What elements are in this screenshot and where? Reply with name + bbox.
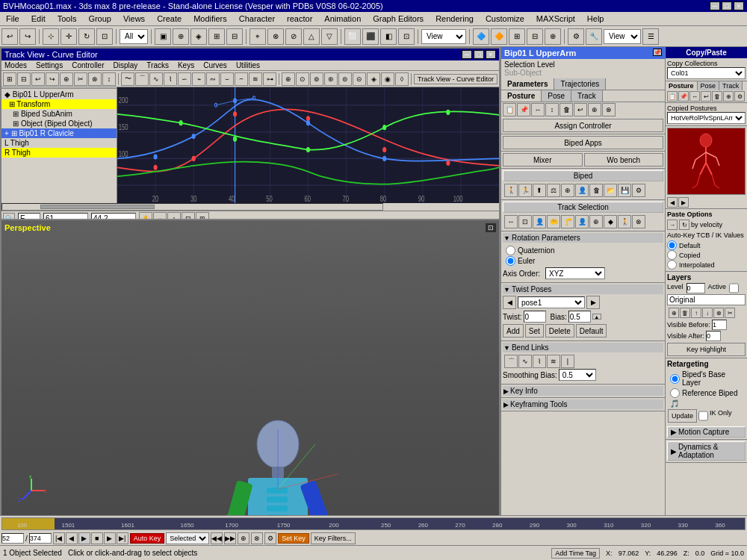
tv-menu-settings[interactable]: Settings	[34, 61, 64, 69]
timeline-track[interactable]: 100 1501 1601 1650 1700 1750 200 250 260…	[1, 517, 746, 530]
ts-arms-icon[interactable]: 🤲	[547, 215, 560, 228]
visible-after-input[interactable]	[706, 331, 721, 341]
menu-rendering[interactable]: Rendering	[433, 13, 477, 24]
current-frame-input[interactable]	[1, 533, 24, 544]
bend-icon-4[interactable]: ≋	[547, 355, 560, 368]
minimize-button[interactable]: ─	[710, 1, 720, 10]
menu-animation[interactable]: Animation	[321, 13, 364, 24]
tv-btn-5[interactable]: ⊕	[60, 72, 73, 86]
paste-copied-radio[interactable]	[667, 250, 677, 260]
twist-collapse-arrow[interactable]: ▼	[503, 286, 510, 293]
rp-add-btn[interactable]: ⊕	[723, 91, 734, 102]
tb3[interactable]: ◈	[190, 28, 207, 45]
menu-character[interactable]: Character	[236, 13, 278, 24]
tv-btn-17[interactable]: ⌢	[235, 72, 248, 86]
ts-none-icon[interactable]: ⊡	[518, 215, 532, 228]
tv-btn-11[interactable]: ∿	[149, 72, 163, 86]
menu-modifiers[interactable]: Modifiers	[190, 13, 230, 24]
add-twist-button[interactable]: Add	[503, 324, 524, 337]
icon-ik[interactable]: ⊕	[588, 103, 601, 116]
ts-walk-icon[interactable]: 🚶	[618, 215, 631, 228]
tb16[interactable]: 🔶	[491, 28, 507, 45]
tree-item-object[interactable]: ⊞ Object (Biped Object)	[1, 119, 117, 128]
menu-help[interactable]: Help	[584, 13, 607, 24]
menu-customize[interactable]: Customize	[483, 13, 527, 24]
twist-arrow-right[interactable]: ▶	[586, 296, 600, 309]
play-button[interactable]: ▶	[78, 532, 90, 544]
rp-copy-btn[interactable]: 📋	[667, 91, 678, 102]
biped-balance-icon[interactable]: ⚖	[547, 184, 560, 197]
icon-copy[interactable]: 📋	[503, 103, 516, 116]
ts-all-icon[interactable]: ↔	[504, 215, 518, 228]
tl-extra-4[interactable]: ⊗	[251, 532, 263, 544]
go-to-end-button[interactable]: ▶|	[117, 532, 128, 544]
quaternion-radio[interactable]	[506, 246, 515, 255]
paste-left-btn[interactable]: ◀	[667, 197, 678, 208]
bend-icon-3[interactable]: ⌇	[533, 355, 546, 368]
tb20[interactable]: ⚙	[568, 28, 584, 45]
tv-btn-25[interactable]: ⊝	[353, 72, 366, 86]
tv-btn-8[interactable]: ↕	[102, 72, 116, 86]
menu-edit[interactable]: Edit	[28, 13, 49, 24]
biped-load-icon[interactable]: 📂	[604, 184, 617, 197]
rp-set-btn[interactable]: ⚙	[734, 91, 745, 102]
tree-item-lthigh[interactable]: L Thigh	[1, 138, 117, 148]
tl-extra-5[interactable]: ⚙	[264, 532, 276, 544]
tv-btn-9[interactable]: 〜	[121, 72, 134, 86]
delete-twist-button[interactable]: Delete	[545, 324, 574, 337]
assign-controller-button[interactable]: Assign Controller	[503, 119, 663, 132]
tv-btn-15[interactable]: ∾	[206, 72, 220, 86]
tb17[interactable]: ⊞	[509, 28, 525, 45]
selected-mode-select[interactable]: Selected	[166, 532, 209, 544]
icon-del[interactable]: 🗑	[560, 103, 573, 116]
layer-icon-1[interactable]: ⊕	[669, 308, 679, 318]
track-view-scrollbar[interactable]	[1, 203, 383, 211]
rp-del-btn[interactable]: 🗑	[712, 91, 722, 102]
tb4[interactable]: ⊞	[208, 28, 225, 45]
tv-maximize[interactable]: □	[474, 50, 484, 59]
rp-paste-btn[interactable]: 📌	[678, 91, 689, 102]
curve-graph[interactable]: 200 150 100 20 30 40 50 60 70 80 90 100	[117, 87, 499, 203]
ik-only-checkbox[interactable]	[698, 409, 708, 423]
tb19[interactable]: ⊕	[545, 28, 561, 45]
bend-icon-2[interactable]: ∿	[518, 355, 532, 368]
rp-tab-posture[interactable]: Posture	[666, 81, 698, 90]
next-frame-button[interactable]: ▶	[104, 532, 116, 544]
prev-frame-button[interactable]: ◀	[66, 532, 78, 544]
redo-button[interactable]: ↪	[19, 28, 36, 45]
layer-icon-4[interactable]: ↓	[702, 308, 713, 318]
tv-btn-10[interactable]: ⌒	[135, 72, 149, 86]
auto-key-button[interactable]: Auto Key	[130, 533, 165, 544]
tab-trajectories[interactable]: Trajectories	[554, 78, 606, 90]
layer-icon-5[interactable]: ⊗	[713, 308, 724, 318]
icon-flip[interactable]: ↔	[531, 103, 545, 116]
tv-btn-2[interactable]: ⊟	[17, 72, 31, 86]
undo-button[interactable]: ↩	[1, 28, 18, 45]
viewport-maximize-btn[interactable]: ⊡	[486, 223, 496, 232]
workbench-button[interactable]: Wo bench	[584, 153, 664, 167]
mixer-button[interactable]: Mixer	[503, 153, 583, 167]
stop-button[interactable]: ■	[91, 532, 103, 544]
visible-before-input[interactable]	[712, 320, 727, 330]
reference-biped-radio[interactable]	[670, 388, 680, 398]
tv-close[interactable]: ×	[486, 50, 496, 59]
paste-cycle-icon[interactable]: ↻	[679, 220, 689, 230]
rp-pin-btn[interactable]: 📌	[653, 49, 662, 56]
ts-spine-icon[interactable]: ⊕	[589, 215, 603, 228]
tv-btn-20[interactable]: ⊕	[282, 72, 295, 86]
tb12[interactable]: ⬛	[362, 28, 379, 45]
tab-pose[interactable]: Pose	[542, 90, 571, 102]
tb10[interactable]: ▽	[321, 28, 338, 45]
biped-settings-icon[interactable]: ⚙	[632, 184, 645, 197]
menu-reactor[interactable]: reactor	[284, 13, 315, 24]
motion-capture-title[interactable]: ▶ Motion Capture	[667, 426, 746, 438]
active-checkbox[interactable]	[729, 283, 739, 293]
ts-head-icon[interactable]: 👤	[575, 215, 589, 228]
tv-menu-controller[interactable]: Controller	[70, 61, 105, 69]
twist-spinner-up[interactable]: ▲	[592, 314, 601, 320]
rp-tab-track[interactable]: Track	[719, 81, 743, 90]
tv-btn-13[interactable]: ∽	[178, 72, 191, 86]
tv-menu-display[interactable]: Display	[112, 61, 140, 69]
tb15[interactable]: 🔷	[473, 28, 489, 45]
tv-btn-28[interactable]: ◊	[395, 72, 409, 86]
